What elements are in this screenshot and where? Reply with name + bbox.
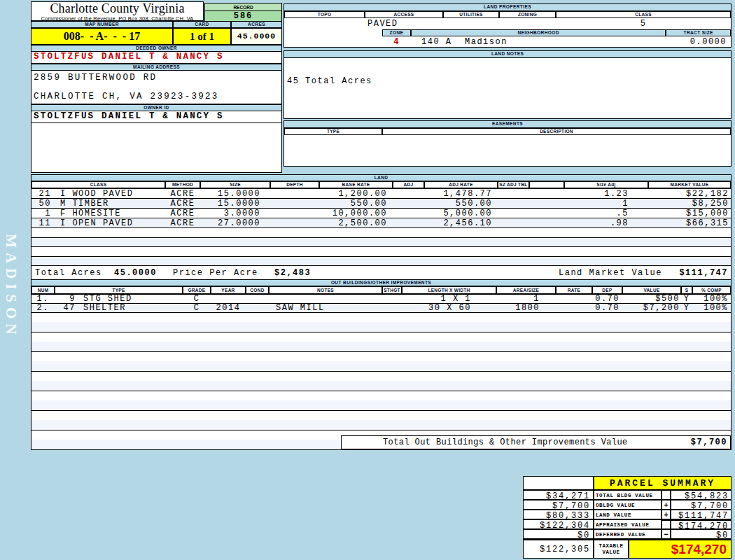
col-method: METHOD bbox=[165, 181, 200, 188]
price-per-acre-value: $2,483 bbox=[274, 268, 311, 278]
col-dep: DEP bbox=[592, 286, 622, 294]
land-size: 15.0000 bbox=[200, 189, 270, 199]
land-class-num: 21 bbox=[31, 189, 51, 199]
record-box: RECORD 586 bbox=[204, 3, 282, 22]
col-blank bbox=[529, 181, 564, 188]
col-num: NUM bbox=[31, 286, 55, 294]
land-class-name: F HOMESITE bbox=[60, 209, 121, 218]
land-headers: CLASS METHOD SIZE DEPTH BASE RATE ADJ AD… bbox=[31, 181, 731, 188]
col-description: DESCRIPTION bbox=[382, 128, 731, 135]
land-class-name: M TIMBER bbox=[60, 199, 109, 209]
col-zoning: ZONING bbox=[499, 11, 556, 18]
land-class-num: 50 bbox=[31, 199, 51, 209]
map-number-value: 008- - A- - - 17 bbox=[31, 28, 173, 45]
ob-notes: SAW MILL bbox=[269, 303, 382, 313]
acres-value: 45.0000 bbox=[231, 28, 282, 45]
map-card-acres-values: 008- - A- - - 17 1 of 1 45.0000 bbox=[31, 28, 282, 45]
land-size: 27.0000 bbox=[200, 218, 270, 228]
address-spacer bbox=[34, 83, 281, 92]
land-empty-row bbox=[31, 237, 731, 247]
col-access: ACCESS bbox=[365, 11, 443, 18]
parcel-summary-blank-cell bbox=[523, 476, 594, 490]
outbuilding-row: 1. 9STG SHED C 1 X 1 1 0.70 $500 Y 100% bbox=[31, 294, 731, 303]
outbuildings-headers: NUM TYPE GRADE YEAR COND NOTES STHGT LEN… bbox=[31, 286, 731, 294]
summary-label: DEFERRED VALUE bbox=[594, 529, 662, 539]
ob-s: Y bbox=[681, 294, 692, 304]
land-market-value: $22,182 bbox=[648, 189, 731, 199]
taxable-label: TAXABLE VALUE bbox=[594, 540, 629, 559]
taxable-total-value: $174,270 bbox=[629, 540, 732, 559]
tract-size-value: 0.0000 bbox=[667, 37, 727, 47]
outbuildings-total-label: Total Out Buildings & Other Improvements… bbox=[383, 438, 628, 447]
zone-neighborhood-labels: ZONE NEIGHBORHOOD TRACT SIZE bbox=[382, 29, 731, 36]
deeded-owner-label: DEEDED OWNER bbox=[31, 45, 282, 52]
ob-value: $7,200 bbox=[622, 303, 681, 313]
land-size: 3.0000 bbox=[200, 209, 270, 218]
land-adj-rate: 5,000.00 bbox=[424, 209, 498, 218]
ob-type-num: 9 bbox=[55, 294, 76, 304]
summary-operator bbox=[662, 490, 671, 500]
col-s: S bbox=[681, 286, 692, 294]
summary-left-value: $0 bbox=[523, 529, 594, 539]
summary-value: $0 bbox=[671, 529, 732, 539]
address-line2: CHARLOTTE CH, VA 23923-3923 bbox=[34, 92, 281, 102]
col-ob-type: TYPE bbox=[55, 286, 183, 294]
col-size: SIZE bbox=[200, 181, 270, 188]
land-market-value-total: $111,747 bbox=[679, 268, 728, 278]
col-year: YEAR bbox=[211, 286, 246, 294]
col-size-adj: Size Adj bbox=[564, 181, 648, 188]
outbuildings-section: OUT BUILDINGS/OTHER IMPROVEMENTS NUM TYP… bbox=[31, 279, 732, 450]
land-method: ACRE bbox=[165, 189, 200, 199]
summary-value: $174,270 bbox=[671, 519, 732, 529]
land-empty-row bbox=[31, 227, 731, 237]
land-adj-rate: 550.00 bbox=[424, 199, 498, 209]
ob-comp: 100% bbox=[692, 294, 731, 304]
land-title: LAND bbox=[31, 175, 731, 181]
ob-empty-rows bbox=[31, 332, 731, 351]
record-label: RECORD bbox=[204, 3, 282, 11]
land-properties-headers: TOPO ACCESS UTILITIES ZONING CLASS bbox=[284, 11, 731, 18]
col-sz-adj-tbl: SZ ADJ TBL bbox=[498, 181, 529, 188]
summary-operator: − bbox=[662, 529, 671, 539]
ob-grade: C bbox=[183, 294, 211, 304]
mailing-address-label: MAILING ADDRESS bbox=[31, 64, 282, 71]
summary-row: $0 DEFERRED VALUE − $0 bbox=[523, 529, 732, 539]
owner-column: Charlotte County Virginia Commissioner o… bbox=[31, 1, 282, 173]
land-notes-section: LAND NOTES 45 Total Acres bbox=[284, 50, 732, 119]
ob-empty-rows bbox=[31, 351, 731, 371]
map-number-label: MAP NUMBER bbox=[31, 21, 173, 28]
ob-value: $500 bbox=[622, 294, 681, 304]
owner-id-label: OWNER ID bbox=[31, 104, 282, 111]
mailing-address-box: 2859 BUTTERWOOD RD CHARLOTTE CH, VA 2392… bbox=[31, 71, 282, 104]
summary-label: TOTAL BLDG VALUE bbox=[594, 490, 662, 500]
land-class-name: I OPEN PAVED bbox=[60, 218, 133, 228]
col-market-value: MARKET VALUE bbox=[648, 181, 731, 188]
property-record-card: MADISON Charlotte County Virginia Commis… bbox=[0, 0, 735, 560]
ob-area: 1 bbox=[496, 294, 556, 304]
col-grade: GRADE bbox=[183, 286, 211, 294]
land-method: ACRE bbox=[165, 218, 200, 228]
land-section: LAND CLASS METHOD SIZE DEPTH BASE RATE A… bbox=[31, 174, 732, 281]
county-title: Charlotte County Virginia bbox=[31, 2, 203, 15]
summary-operator: + bbox=[662, 500, 671, 510]
land-properties-section: LAND PROPERTIES TOPO ACCESS UTILITIES ZO… bbox=[284, 4, 732, 48]
ob-area: 1800 bbox=[496, 303, 556, 313]
col-utilities: UTILITIES bbox=[443, 11, 499, 18]
neighborhood-name: Madison bbox=[465, 37, 507, 47]
owner-id-value: STOLTZFUS DANIEL T & NANCY S bbox=[31, 111, 282, 123]
ob-num: 2. bbox=[31, 303, 55, 313]
ob-dep: 0.70 bbox=[592, 294, 622, 304]
easements-title: EASEMENTS bbox=[284, 121, 731, 128]
ob-empty-rows bbox=[31, 391, 731, 410]
ob-type-num: 47 bbox=[55, 303, 76, 313]
land-properties-title: LAND PROPERTIES bbox=[284, 4, 731, 11]
taxable-left-value: $122,305 bbox=[523, 540, 594, 559]
col-depth: DEPTH bbox=[270, 181, 319, 188]
easements-section: EASEMENTS TYPE DESCRIPTION bbox=[284, 120, 732, 167]
summary-value: $54,823 bbox=[671, 490, 732, 500]
ob-lxw: 30 X 60 bbox=[402, 303, 496, 313]
parcel-summary-title: PARCEL SUMMARY bbox=[594, 476, 732, 490]
land-method: ACRE bbox=[165, 199, 200, 209]
summary-row: $34,271 TOTAL BLDG VALUE $54,823 bbox=[523, 490, 732, 500]
ob-dep: 0.70 bbox=[592, 303, 622, 313]
